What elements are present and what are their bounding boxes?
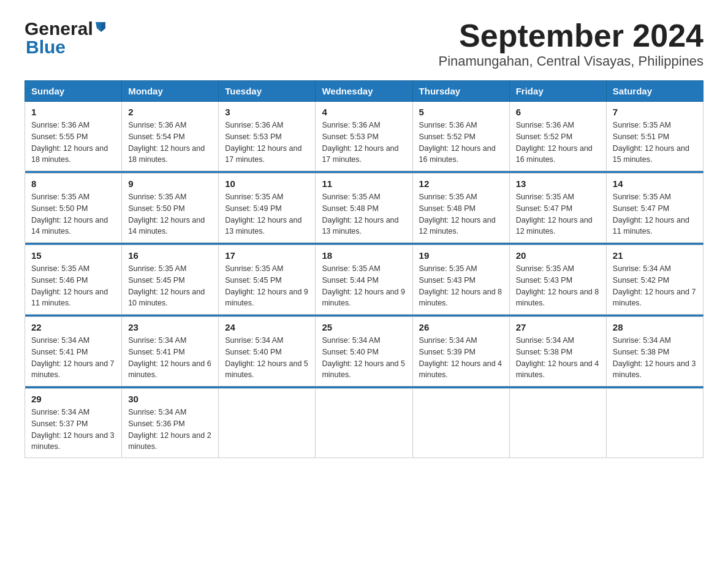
day-info: Sunrise: 5:35 AMSunset: 5:48 PMDaylight:… xyxy=(419,193,496,236)
logo: General Blue xyxy=(25,18,108,58)
day-number: 6 xyxy=(516,107,600,117)
day-number: 1 xyxy=(31,107,115,117)
day-number: 2 xyxy=(128,107,212,117)
day-number: 19 xyxy=(419,250,503,261)
svg-marker-1 xyxy=(101,22,105,32)
day-number: 16 xyxy=(128,250,212,261)
calendar-subtitle: Pinamungahan, Central Visayas, Philippin… xyxy=(438,53,703,69)
calendar-cell: 23Sunrise: 5:34 AMSunset: 5:41 PMDayligh… xyxy=(122,317,219,386)
day-number: 15 xyxy=(31,250,115,261)
day-info: Sunrise: 5:34 AMSunset: 5:36 PMDaylight:… xyxy=(128,408,211,451)
logo-general-text: General xyxy=(25,18,93,39)
day-info: Sunrise: 5:35 AMSunset: 5:50 PMDaylight:… xyxy=(128,193,205,236)
day-info: Sunrise: 5:35 AMSunset: 5:47 PMDaylight:… xyxy=(613,193,689,236)
day-info: Sunrise: 5:35 AMSunset: 5:44 PMDaylight:… xyxy=(322,264,405,307)
day-info: Sunrise: 5:34 AMSunset: 5:42 PMDaylight:… xyxy=(613,264,696,307)
header-monday: Monday xyxy=(122,81,219,102)
day-number: 26 xyxy=(419,322,503,332)
calendar-cell: 22Sunrise: 5:34 AMSunset: 5:41 PMDayligh… xyxy=(25,317,122,386)
calendar-cell: 3Sunrise: 5:36 AMSunset: 5:53 PMDaylight… xyxy=(219,102,316,171)
calendar-cell: 17Sunrise: 5:35 AMSunset: 5:45 PMDayligh… xyxy=(219,245,316,315)
day-info: Sunrise: 5:34 AMSunset: 5:40 PMDaylight:… xyxy=(322,336,405,379)
day-info: Sunrise: 5:34 AMSunset: 5:38 PMDaylight:… xyxy=(516,336,599,379)
day-number: 27 xyxy=(516,322,600,332)
day-info: Sunrise: 5:35 AMSunset: 5:49 PMDaylight:… xyxy=(225,193,301,236)
day-number: 5 xyxy=(419,107,503,117)
day-number: 28 xyxy=(613,322,697,332)
header-thursday: Thursday xyxy=(412,81,509,102)
calendar-cell xyxy=(509,389,606,458)
day-number: 12 xyxy=(419,178,503,189)
day-info: Sunrise: 5:34 AMSunset: 5:41 PMDaylight:… xyxy=(128,336,211,379)
calendar-cell: 29Sunrise: 5:34 AMSunset: 5:37 PMDayligh… xyxy=(25,389,122,458)
calendar-cell: 13Sunrise: 5:35 AMSunset: 5:47 PMDayligh… xyxy=(509,174,606,243)
day-number: 11 xyxy=(322,178,406,189)
calendar-cell: 14Sunrise: 5:35 AMSunset: 5:47 PMDayligh… xyxy=(606,174,703,243)
day-info: Sunrise: 5:36 AMSunset: 5:54 PMDaylight:… xyxy=(128,121,205,164)
day-info: Sunrise: 5:35 AMSunset: 5:43 PMDaylight:… xyxy=(516,264,599,307)
day-number: 4 xyxy=(322,107,406,117)
calendar-cell: 24Sunrise: 5:34 AMSunset: 5:40 PMDayligh… xyxy=(219,317,316,386)
day-number: 3 xyxy=(225,107,309,117)
day-info: Sunrise: 5:36 AMSunset: 5:53 PMDaylight:… xyxy=(225,121,301,164)
calendar-cell xyxy=(219,389,316,458)
calendar-cell xyxy=(412,389,509,458)
calendar-cell: 7Sunrise: 5:35 AMSunset: 5:51 PMDaylight… xyxy=(606,102,703,171)
day-number: 29 xyxy=(31,394,115,404)
header-friday: Friday xyxy=(509,81,606,102)
header-saturday: Saturday xyxy=(606,81,703,102)
calendar-header-row: SundayMondayTuesdayWednesdayThursdayFrid… xyxy=(25,81,703,102)
day-info: Sunrise: 5:34 AMSunset: 5:39 PMDaylight:… xyxy=(419,336,502,379)
calendar-cell: 5Sunrise: 5:36 AMSunset: 5:52 PMDaylight… xyxy=(412,102,509,171)
logo-arrow-icon xyxy=(94,20,108,36)
day-number: 22 xyxy=(31,322,115,332)
day-info: Sunrise: 5:35 AMSunset: 5:47 PMDaylight:… xyxy=(516,193,593,236)
calendar-cell xyxy=(606,389,703,458)
calendar-cell: 27Sunrise: 5:34 AMSunset: 5:38 PMDayligh… xyxy=(509,317,606,386)
calendar-cell: 10Sunrise: 5:35 AMSunset: 5:49 PMDayligh… xyxy=(219,174,316,243)
calendar-cell: 16Sunrise: 5:35 AMSunset: 5:45 PMDayligh… xyxy=(122,245,219,315)
calendar-cell: 21Sunrise: 5:34 AMSunset: 5:42 PMDayligh… xyxy=(606,245,703,315)
header-tuesday: Tuesday xyxy=(219,81,316,102)
calendar-table: SundayMondayTuesdayWednesdayThursdayFrid… xyxy=(25,80,703,458)
day-info: Sunrise: 5:34 AMSunset: 5:37 PMDaylight:… xyxy=(31,408,115,451)
day-info: Sunrise: 5:35 AMSunset: 5:51 PMDaylight:… xyxy=(613,121,689,164)
calendar-cell: 15Sunrise: 5:35 AMSunset: 5:46 PMDayligh… xyxy=(25,245,122,315)
calendar-cell: 6Sunrise: 5:36 AMSunset: 5:52 PMDaylight… xyxy=(509,102,606,171)
day-info: Sunrise: 5:35 AMSunset: 5:45 PMDaylight:… xyxy=(225,264,308,307)
calendar-title: September 2024 xyxy=(438,18,703,53)
day-number: 30 xyxy=(128,394,212,404)
day-number: 24 xyxy=(225,322,309,332)
logo-blue-text: Blue xyxy=(26,37,66,58)
day-number: 7 xyxy=(613,107,697,117)
day-number: 18 xyxy=(322,250,406,261)
day-number: 14 xyxy=(613,178,697,189)
calendar-cell: 28Sunrise: 5:34 AMSunset: 5:38 PMDayligh… xyxy=(606,317,703,386)
calendar-cell: 1Sunrise: 5:36 AMSunset: 5:55 PMDaylight… xyxy=(25,102,122,171)
day-info: Sunrise: 5:35 AMSunset: 5:50 PMDaylight:… xyxy=(31,193,108,236)
page-header: General Blue September 2024 Pinamungahan… xyxy=(25,18,703,69)
calendar-cell: 20Sunrise: 5:35 AMSunset: 5:43 PMDayligh… xyxy=(509,245,606,315)
day-number: 10 xyxy=(225,178,309,189)
day-number: 20 xyxy=(516,250,600,261)
calendar-week-row: 1Sunrise: 5:36 AMSunset: 5:55 PMDaylight… xyxy=(25,102,703,171)
day-info: Sunrise: 5:35 AMSunset: 5:43 PMDaylight:… xyxy=(419,264,502,307)
calendar-week-row: 15Sunrise: 5:35 AMSunset: 5:46 PMDayligh… xyxy=(25,245,703,315)
calendar-cell: 25Sunrise: 5:34 AMSunset: 5:40 PMDayligh… xyxy=(316,317,412,386)
calendar-cell: 18Sunrise: 5:35 AMSunset: 5:44 PMDayligh… xyxy=(316,245,412,315)
day-info: Sunrise: 5:34 AMSunset: 5:38 PMDaylight:… xyxy=(613,336,696,379)
day-info: Sunrise: 5:36 AMSunset: 5:52 PMDaylight:… xyxy=(516,121,593,164)
day-info: Sunrise: 5:35 AMSunset: 5:48 PMDaylight:… xyxy=(322,193,398,236)
header-sunday: Sunday xyxy=(25,81,122,102)
calendar-cell: 8Sunrise: 5:35 AMSunset: 5:50 PMDaylight… xyxy=(25,174,122,243)
calendar-cell: 26Sunrise: 5:34 AMSunset: 5:39 PMDayligh… xyxy=(412,317,509,386)
calendar-cell: 30Sunrise: 5:34 AMSunset: 5:36 PMDayligh… xyxy=(122,389,219,458)
calendar-cell xyxy=(316,389,412,458)
calendar-cell: 12Sunrise: 5:35 AMSunset: 5:48 PMDayligh… xyxy=(412,174,509,243)
day-number: 13 xyxy=(516,178,600,189)
header-wednesday: Wednesday xyxy=(316,81,412,102)
day-number: 25 xyxy=(322,322,406,332)
day-info: Sunrise: 5:35 AMSunset: 5:46 PMDaylight:… xyxy=(31,264,108,307)
calendar-cell: 4Sunrise: 5:36 AMSunset: 5:53 PMDaylight… xyxy=(316,102,412,171)
day-info: Sunrise: 5:34 AMSunset: 5:40 PMDaylight:… xyxy=(225,336,308,379)
